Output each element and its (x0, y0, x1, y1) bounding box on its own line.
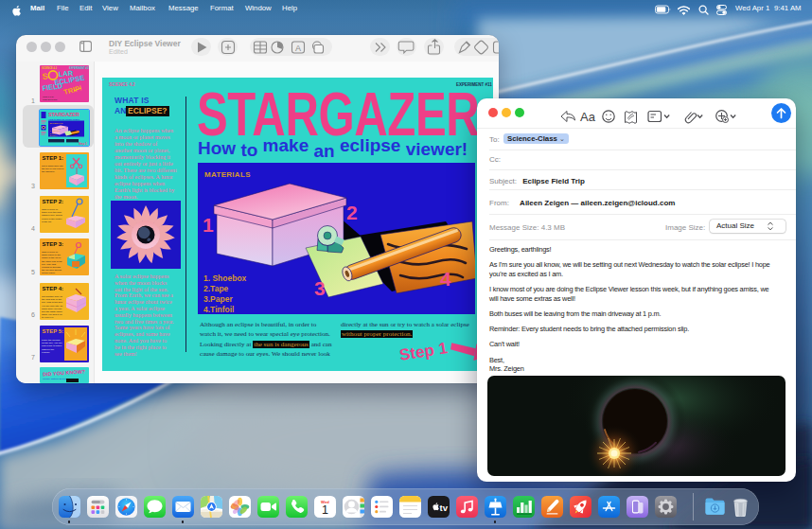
svg-text:tv: tv (439, 503, 448, 513)
svg-text:3.Paper: 3.Paper (50, 134, 58, 136)
svg-text:1: 1 (203, 214, 214, 236)
svg-text:FIELD: FIELD (42, 81, 63, 93)
svg-text:How to make an eclipse viewer!: How to make an eclipse viewer! (49, 118, 80, 120)
svg-text:4: 4 (440, 268, 451, 290)
svg-text:SCIENCE 4.2: SCIENCE 4.2 (42, 66, 57, 70)
svg-text:2: 2 (346, 202, 358, 223)
svg-text:Main Driveway: Main Driveway (43, 98, 58, 101)
svg-text:Aa: Aa (580, 110, 596, 124)
svg-text:S: S (42, 71, 48, 81)
svg-text:MATERIALS: MATERIALS (204, 170, 251, 179)
svg-text:Step 1: Step 1 (79, 142, 87, 146)
svg-text:3.Paper: 3.Paper (203, 294, 233, 304)
svg-text:TRIP!: TRIP! (62, 83, 82, 96)
svg-text:1: 1 (322, 503, 328, 517)
svg-text:4.Tinfoil: 4.Tinfoil (203, 305, 234, 314)
svg-text:1. Shoebox: 1. Shoebox (203, 273, 247, 283)
svg-text:MATERIALS: MATERIALS (50, 122, 63, 125)
svg-text:A: A (295, 44, 301, 53)
svg-text:3: 3 (314, 277, 326, 299)
svg-text:2.Tape: 2.Tape (203, 284, 229, 293)
